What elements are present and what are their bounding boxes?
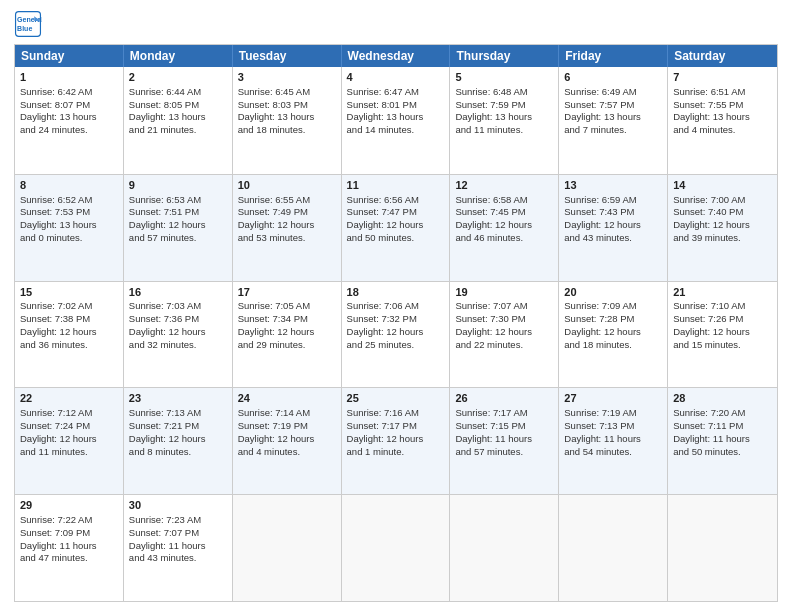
sunrise: Sunrise: 6:51 AM [673, 86, 745, 97]
day-cell-3: 3 Sunrise: 6:45 AM Sunset: 8:03 PM Dayli… [233, 67, 342, 174]
daylight: Daylight: 13 hours [673, 111, 750, 122]
day-number: 7 [673, 70, 772, 85]
daylight-extra: and 25 minutes. [347, 339, 415, 350]
sunset: Sunset: 7:51 PM [129, 206, 199, 217]
day-number: 9 [129, 178, 227, 193]
day-number: 13 [564, 178, 662, 193]
day-cell-28: 28 Sunrise: 7:20 AM Sunset: 7:11 PM Dayl… [668, 388, 777, 494]
day-number: 17 [238, 285, 336, 300]
daylight-extra: and 21 minutes. [129, 124, 197, 135]
day-cell-16: 16 Sunrise: 7:03 AM Sunset: 7:36 PM Dayl… [124, 282, 233, 388]
day-number: 25 [347, 391, 445, 406]
sunset: Sunset: 8:07 PM [20, 99, 90, 110]
sunset: Sunset: 7:13 PM [564, 420, 634, 431]
day-number: 20 [564, 285, 662, 300]
daylight-extra: and 0 minutes. [20, 232, 82, 243]
day-cell-21: 21 Sunrise: 7:10 AM Sunset: 7:26 PM Dayl… [668, 282, 777, 388]
sunrise: Sunrise: 7:22 AM [20, 514, 92, 525]
daylight-extra: and 57 minutes. [129, 232, 197, 243]
calendar-row-2: 8 Sunrise: 6:52 AM Sunset: 7:53 PM Dayli… [15, 174, 777, 281]
sunset: Sunset: 7:57 PM [564, 99, 634, 110]
daylight: Daylight: 12 hours [673, 326, 750, 337]
day-cell-30: 30 Sunrise: 7:23 AM Sunset: 7:07 PM Dayl… [124, 495, 233, 601]
header-day-thursday: Thursday [450, 45, 559, 67]
daylight: Daylight: 11 hours [20, 540, 97, 551]
daylight-extra: and 46 minutes. [455, 232, 523, 243]
day-cell-2: 2 Sunrise: 6:44 AM Sunset: 8:05 PM Dayli… [124, 67, 233, 174]
sunset: Sunset: 7:53 PM [20, 206, 90, 217]
daylight: Daylight: 12 hours [20, 433, 97, 444]
daylight-extra: and 24 minutes. [20, 124, 88, 135]
daylight-extra: and 1 minute. [347, 446, 405, 457]
sunrise: Sunrise: 7:03 AM [129, 300, 201, 311]
day-cell-empty-4-6 [668, 495, 777, 601]
day-number: 30 [129, 498, 227, 513]
daylight-extra: and 36 minutes. [20, 339, 88, 350]
sunrise: Sunrise: 7:16 AM [347, 407, 419, 418]
sunrise: Sunrise: 6:44 AM [129, 86, 201, 97]
daylight: Daylight: 12 hours [238, 433, 315, 444]
sunset: Sunset: 7:19 PM [238, 420, 308, 431]
svg-text:Blue: Blue [17, 25, 32, 32]
sunset: Sunset: 7:09 PM [20, 527, 90, 538]
day-cell-25: 25 Sunrise: 7:16 AM Sunset: 7:17 PM Dayl… [342, 388, 451, 494]
sunrise: Sunrise: 7:20 AM [673, 407, 745, 418]
calendar-row-1: 1 Sunrise: 6:42 AM Sunset: 8:07 PM Dayli… [15, 67, 777, 174]
day-cell-6: 6 Sunrise: 6:49 AM Sunset: 7:57 PM Dayli… [559, 67, 668, 174]
daylight: Daylight: 12 hours [129, 326, 206, 337]
day-number: 24 [238, 391, 336, 406]
logo-icon: General Blue [14, 10, 42, 38]
daylight: Daylight: 13 hours [347, 111, 424, 122]
sunset: Sunset: 7:40 PM [673, 206, 743, 217]
sunset: Sunset: 7:07 PM [129, 527, 199, 538]
day-number: 12 [455, 178, 553, 193]
daylight-extra: and 39 minutes. [673, 232, 741, 243]
day-number: 3 [238, 70, 336, 85]
sunrise: Sunrise: 7:17 AM [455, 407, 527, 418]
day-cell-5: 5 Sunrise: 6:48 AM Sunset: 7:59 PM Dayli… [450, 67, 559, 174]
day-number: 22 [20, 391, 118, 406]
sunrise: Sunrise: 6:53 AM [129, 194, 201, 205]
daylight-extra: and 14 minutes. [347, 124, 415, 135]
sunrise: Sunrise: 6:47 AM [347, 86, 419, 97]
sunset: Sunset: 8:05 PM [129, 99, 199, 110]
day-number: 21 [673, 285, 772, 300]
sunset: Sunset: 7:45 PM [455, 206, 525, 217]
sunset: Sunset: 7:59 PM [455, 99, 525, 110]
daylight-extra: and 4 minutes. [673, 124, 735, 135]
daylight-extra: and 11 minutes. [20, 446, 88, 457]
day-number: 4 [347, 70, 445, 85]
day-number: 23 [129, 391, 227, 406]
sunrise: Sunrise: 7:06 AM [347, 300, 419, 311]
day-cell-19: 19 Sunrise: 7:07 AM Sunset: 7:30 PM Dayl… [450, 282, 559, 388]
sunrise: Sunrise: 7:14 AM [238, 407, 310, 418]
sunset: Sunset: 7:36 PM [129, 313, 199, 324]
sunrise: Sunrise: 6:55 AM [238, 194, 310, 205]
sunset: Sunset: 7:15 PM [455, 420, 525, 431]
sunrise: Sunrise: 7:09 AM [564, 300, 636, 311]
calendar-body: 1 Sunrise: 6:42 AM Sunset: 8:07 PM Dayli… [15, 67, 777, 601]
calendar-row-3: 15 Sunrise: 7:02 AM Sunset: 7:38 PM Dayl… [15, 281, 777, 388]
day-cell-17: 17 Sunrise: 7:05 AM Sunset: 7:34 PM Dayl… [233, 282, 342, 388]
daylight: Daylight: 12 hours [564, 219, 641, 230]
calendar-container: General Blue SundayMondayTuesdayWednesda… [0, 0, 792, 612]
day-cell-empty-4-3 [342, 495, 451, 601]
daylight-extra: and 4 minutes. [238, 446, 300, 457]
day-number: 16 [129, 285, 227, 300]
sunrise: Sunrise: 6:49 AM [564, 86, 636, 97]
daylight-extra: and 11 minutes. [455, 124, 523, 135]
sunrise: Sunrise: 7:12 AM [20, 407, 92, 418]
daylight-extra: and 43 minutes. [564, 232, 632, 243]
daylight-extra: and 7 minutes. [564, 124, 626, 135]
sunrise: Sunrise: 7:19 AM [564, 407, 636, 418]
sunset: Sunset: 7:49 PM [238, 206, 308, 217]
daylight: Daylight: 13 hours [129, 111, 206, 122]
header-day-wednesday: Wednesday [342, 45, 451, 67]
daylight: Daylight: 11 hours [455, 433, 532, 444]
sunrise: Sunrise: 7:13 AM [129, 407, 201, 418]
day-cell-7: 7 Sunrise: 6:51 AM Sunset: 7:55 PM Dayli… [668, 67, 777, 174]
sunrise: Sunrise: 7:10 AM [673, 300, 745, 311]
calendar: SundayMondayTuesdayWednesdayThursdayFrid… [14, 44, 778, 602]
day-cell-11: 11 Sunrise: 6:56 AM Sunset: 7:47 PM Dayl… [342, 175, 451, 281]
sunset: Sunset: 7:11 PM [673, 420, 743, 431]
